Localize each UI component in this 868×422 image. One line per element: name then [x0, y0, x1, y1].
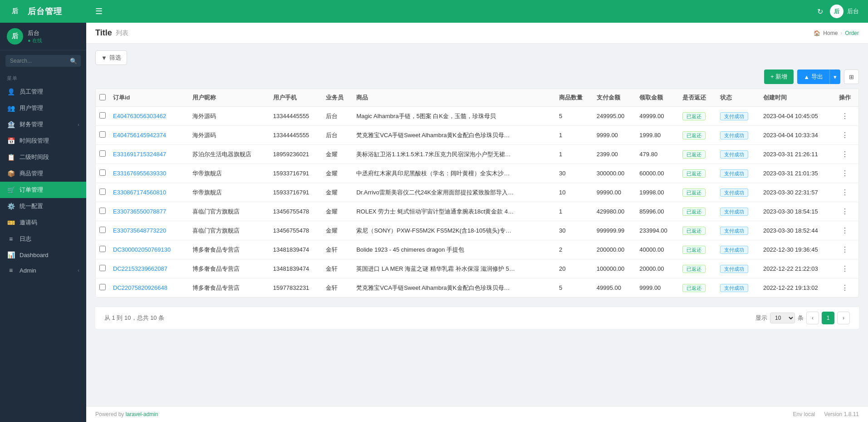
admin-icon: ≡	[7, 267, 15, 274]
col-order-id: 订单id	[109, 89, 189, 107]
cell-action: ⋮	[835, 126, 858, 145]
cell-order-id: E330735648773220	[109, 221, 189, 240]
cell-received: 1999.80	[636, 126, 678, 145]
refresh-icon[interactable]: ↻	[817, 7, 823, 16]
row-action-button[interactable]: ⋮	[839, 283, 851, 293]
row-checkbox[interactable]	[99, 246, 106, 252]
logs-icon: ≡	[7, 235, 15, 243]
cell-product: 索尼（SONY）PXW-FS5M2K FS5M2K(含18-105镜头)专业摄像…	[353, 221, 555, 240]
cell-status: 支付成功	[716, 107, 760, 126]
cell-created: 2023-04-04 10:33:34	[760, 126, 835, 145]
cell-phone: 13481839474	[270, 240, 323, 259]
cell-order-id: E404763056303462	[109, 107, 189, 126]
row-checkbox[interactable]	[99, 265, 106, 271]
row-action-button[interactable]: ⋮	[839, 187, 851, 198]
row-action-button[interactable]: ⋮	[839, 111, 851, 121]
cell-action: ⋮	[835, 145, 858, 164]
users-icon: 👥	[7, 104, 15, 112]
cell-product: 美标浴缸卫浴1.1米1.5米1.7米压克力民宿深泡小户型无裙嵌入式浴缸日式新科德	[353, 145, 555, 164]
row-checkbox[interactable]	[99, 284, 106, 290]
row-checkbox[interactable]	[99, 208, 106, 214]
menu-toggle-icon[interactable]: ☰	[95, 6, 103, 16]
cell-payment: 200000.00	[593, 240, 636, 259]
breadcrumb-bar: Title 列表 🏠 Home › Order	[86, 23, 868, 44]
cell-payment: 300000.00	[593, 164, 636, 183]
cell-action: ⋮	[835, 202, 858, 221]
sidebar-item-config[interactable]: ⚙️ 统一配置	[0, 198, 86, 214]
row-checkbox[interactable]	[99, 169, 106, 176]
topbar: ☰ ↻ 后 后台	[86, 0, 868, 23]
cell-salesperson: 金耀	[322, 164, 353, 183]
cell-created: 2022-12-22 19:13:02	[760, 278, 835, 298]
columns-button[interactable]: ⊞	[844, 70, 859, 84]
table-row: DC300002050769130 博多奢食品专营店 13481839474 金…	[96, 240, 858, 259]
row-action-button[interactable]: ⋮	[839, 168, 851, 179]
dashboard-icon: 📊	[7, 251, 15, 258]
footer-link[interactable]: laravel-admin	[126, 411, 158, 417]
sidebar-item-orders[interactable]: 🛒 订单管理	[0, 182, 86, 198]
page-size-select[interactable]: 10 20 50 100	[770, 313, 795, 323]
sidebar-item-logs[interactable]: ≡ 日志	[0, 231, 86, 247]
sidebar: 后 后台管理 后 后台 ● 在线 🔍 菜单 👤 员工管理 👥 用户	[0, 0, 86, 422]
next-page-button[interactable]: ›	[837, 312, 850, 324]
row-checkbox[interactable]	[99, 189, 106, 195]
sidebar-item-timeslot[interactable]: 📅 时间段管理	[0, 133, 86, 149]
row-action-button[interactable]: ⋮	[839, 225, 851, 236]
filter-button[interactable]: ▼ 筛选	[95, 50, 127, 65]
table-row: E330735648773220 喜临门官方旗舰店 13456755478 金耀…	[96, 221, 858, 240]
cell-product: 中丞府红木家具印尼黑酸枝（学名：阔叶黄檀）全实木沙发组合套装新中式客厅家	[353, 164, 555, 183]
cell-status: 支付成功	[716, 221, 760, 240]
cell-payment: 49995.00	[593, 278, 636, 298]
row-action-button[interactable]: ⋮	[839, 244, 851, 255]
cell-returned: 已返还	[679, 259, 716, 278]
breadcrumb: 🏠 Home › Order	[814, 30, 859, 36]
cell-product: ROLEX 劳力士 蚝式恒动宇宙计型迪通拿腕表18ct黄金款 40mm 香槟色 …	[353, 202, 555, 221]
export-dropdown-button[interactable]: ▾	[829, 70, 840, 84]
export-button[interactable]: ▲ 导出	[797, 70, 829, 84]
row-action-button[interactable]: ⋮	[839, 263, 851, 274]
sidebar-item-staff[interactable]: 👤 员工管理	[0, 84, 86, 100]
row-checkbox[interactable]	[99, 227, 106, 233]
sidebar-item-second-timeslot[interactable]: 📋 二级时间段	[0, 149, 86, 165]
cell-phone: 18959236021	[270, 145, 323, 164]
cell-qty: 1	[555, 145, 593, 164]
sidebar-item-label: 员工管理	[20, 88, 79, 96]
row-checkbox[interactable]	[99, 112, 106, 119]
row-action-button[interactable]: ⋮	[839, 149, 851, 159]
sidebar-item-invite[interactable]: 🎫 邀请码	[0, 214, 86, 231]
search-icon[interactable]: 🔍	[70, 58, 77, 65]
main-content: Title 列表 🏠 Home › Order ▼ 筛选	[86, 23, 868, 422]
search-area: 🔍	[0, 50, 86, 71]
prev-page-button[interactable]: ‹	[806, 312, 819, 324]
breadcrumb-home[interactable]: Home	[823, 30, 838, 36]
select-all-checkbox[interactable]	[99, 94, 106, 100]
cell-returned: 已返还	[679, 145, 716, 164]
app-title: 后台管理	[28, 6, 62, 17]
cell-action: ⋮	[835, 240, 858, 259]
page-title: Title 列表	[95, 28, 128, 38]
cell-received: 40000.00	[636, 240, 678, 259]
row-action-button[interactable]: ⋮	[839, 206, 851, 217]
cell-qty: 10	[555, 183, 593, 202]
cell-qty: 1	[555, 202, 593, 221]
sidebar-item-users[interactable]: 👥 用户管理	[0, 100, 86, 116]
sidebar-item-admin[interactable]: ≡ Admin ‹	[0, 263, 86, 278]
col-qty: 商品数量	[555, 89, 593, 107]
cell-product: Bolide 1923 - 45 chimeres dragon 手提包	[353, 240, 555, 259]
new-button[interactable]: + 新增	[764, 70, 794, 84]
row-action-button[interactable]: ⋮	[839, 130, 851, 140]
cell-returned: 已返还	[679, 107, 716, 126]
sidebar-item-dashboard[interactable]: 📊 Dashboard	[0, 247, 86, 263]
cell-received: 49999.00	[636, 107, 678, 126]
row-checkbox[interactable]	[99, 150, 106, 157]
topbar-user[interactable]: 后 后台	[830, 5, 859, 18]
home-icon: 🏠	[814, 30, 820, 36]
col-action: 操作	[835, 89, 858, 107]
page-1-button[interactable]: 1	[822, 312, 834, 324]
cell-payment: 2399.00	[593, 145, 636, 164]
invite-icon: 🎫	[7, 219, 15, 226]
sidebar-item-finance[interactable]: 🏦 财务管理 ‹	[0, 116, 86, 133]
cell-product: 英国进口 LA MER 海蓝之谜 精华乳霜 补水保湿 滋润修护 5种规格可选 5…	[353, 259, 555, 278]
sidebar-item-goods[interactable]: 📦 商品管理	[0, 165, 86, 182]
row-checkbox[interactable]	[99, 131, 106, 138]
